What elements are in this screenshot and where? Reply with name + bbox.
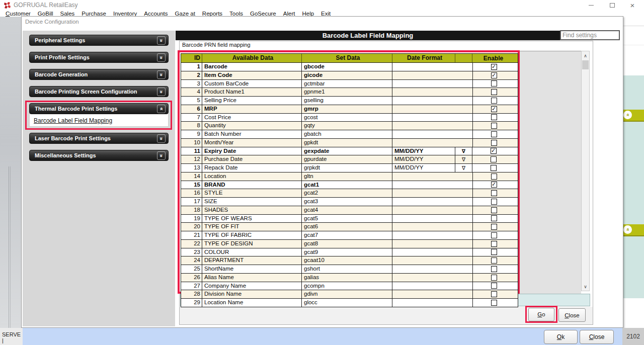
table-row[interactable]: 15BRANDgcat1✓	[181, 181, 518, 190]
enable-checkbox-unchecked[interactable]	[491, 283, 497, 289]
enable-checkbox-unchecked[interactable]	[491, 131, 497, 137]
cell-id: 16	[181, 189, 202, 197]
enable-checkbox-unchecked[interactable]	[491, 114, 497, 120]
cell-enable	[473, 274, 515, 282]
sidebar-sections: Peripheral Settings»Print Profile Settin…	[23, 35, 175, 161]
find-settings-input[interactable]	[560, 30, 620, 40]
enable-checkbox-unchecked[interactable]	[491, 207, 497, 213]
table-row[interactable]: 10Month/Yeargpkdt	[181, 139, 518, 147]
enable-checkbox-unchecked[interactable]	[491, 165, 497, 171]
table-row[interactable]: 24DEPARTMENTgcaat10	[181, 256, 518, 265]
table-row[interactable]: 25ShortNamegshort	[181, 265, 518, 274]
enable-checkbox-unchecked[interactable]	[491, 249, 497, 255]
panel-close-button[interactable]: Close	[558, 308, 586, 322]
enable-checkbox-unchecked[interactable]	[491, 266, 497, 272]
table-row[interactable]: 4Product Name1gpnme1	[181, 88, 518, 97]
enable-checkbox-unchecked[interactable]	[491, 241, 497, 247]
sidebar-section: Thermal Barcode Print Settings»Barcode L…	[29, 103, 169, 127]
collapse-badge[interactable]: »	[623, 225, 632, 234]
sidebar-section-barcode-generation[interactable]: Barcode Generation»	[29, 69, 169, 80]
mapping-table: IDAvailable DataSet DataDate FormatEnabl…	[181, 53, 518, 307]
date-format-dropdown-button[interactable]: ∇	[455, 147, 472, 155]
cell-id: 17	[181, 198, 202, 206]
enable-checkbox-unchecked[interactable]	[491, 123, 497, 129]
scrollbar-thumb[interactable]	[582, 60, 589, 69]
table-row[interactable]: 19TYPE OF WEARSgcat5	[181, 215, 518, 223]
table-row[interactable]: 29Location Nameglocc	[181, 299, 518, 307]
cell-available-data: STYLE	[202, 189, 302, 197]
go-highlight-box: Go	[525, 306, 557, 323]
enable-checkbox-unchecked[interactable]	[491, 232, 497, 238]
enable-checkbox-checked[interactable]: ✓	[491, 72, 497, 78]
cell-id: 22	[181, 240, 202, 248]
sidebar-section-miscellaneous-settings[interactable]: Miscellaneous Settings»	[29, 150, 169, 161]
table-row[interactable]: 1Barcodegbcode✓	[181, 63, 518, 71]
enable-checkbox-unchecked[interactable]	[491, 199, 497, 205]
table-row[interactable]: 11Expiry DategexpdateMM/DD/YY∇✓	[181, 147, 518, 156]
cell-enable	[473, 265, 515, 273]
table-row[interactable]: 12Purchase DategpurdateMM/DD/YY∇	[181, 155, 518, 164]
enable-checkbox-unchecked[interactable]	[491, 80, 497, 87]
table-row[interactable]: 7Cost Pricegcost	[181, 114, 518, 122]
go-button[interactable]: Go	[528, 308, 554, 321]
table-row[interactable]: 18SHADESgcat4	[181, 206, 518, 215]
minimize-button[interactable]	[584, 1, 599, 9]
table-row[interactable]: 23COLOURgcat9	[181, 248, 518, 257]
sidebar-section-thermal-barcode-print-settings[interactable]: Thermal Barcode Print Settings»	[29, 103, 169, 114]
scroll-down-icon[interactable]: ∨	[582, 283, 589, 290]
table-row[interactable]: 6MRPgmrp✓	[181, 105, 518, 114]
enable-checkbox-unchecked[interactable]	[491, 275, 497, 281]
table-row[interactable]: 28Division Namegdivn	[181, 290, 518, 299]
sidebar-section-barcode-printing-screen-configuration[interactable]: Barcode Printing Screen Configuration»	[29, 86, 169, 97]
table-row[interactable]: 27Company Namegcompn	[181, 282, 518, 291]
enable-checkbox-unchecked[interactable]	[491, 224, 497, 230]
cell-enable	[473, 198, 515, 206]
table-row[interactable]: 3Custom BarCodegctmbar	[181, 80, 518, 89]
window-title: GOFRUGAL RetailEasy	[14, 2, 78, 9]
sidebar-section-laser-barcode-print-settings[interactable]: Laser Barcode Print Settings»	[29, 133, 169, 144]
table-row[interactable]: 20TYPE OF FITgcat6	[181, 223, 518, 231]
enable-checkbox-unchecked[interactable]	[491, 156, 497, 162]
table-scrollbar[interactable]: ∧ ∨	[581, 51, 590, 291]
table-row[interactable]: 5Selling Pricegselling	[181, 97, 518, 105]
table-row[interactable]: 2Item Codegicode✓	[181, 71, 518, 80]
table-row[interactable]: 13Repack DategrpkdtMM/DD/YY∇	[181, 164, 518, 172]
enable-checkbox-checked[interactable]: ✓	[491, 182, 497, 188]
date-format-dropdown-button[interactable]: ∇	[455, 155, 472, 163]
table-row[interactable]: 16STYLEgcat2	[181, 189, 518, 198]
sidebar-link-barcode-label-field-mapping[interactable]: Barcode Label Field Mapping	[34, 117, 112, 124]
table-row[interactable]: 14Locationgltn	[181, 172, 518, 181]
enable-checkbox-checked[interactable]: ✓	[491, 148, 497, 154]
restore-button[interactable]	[605, 1, 620, 9]
table-row[interactable]: 22TYPE OF DESIGNgcat8	[181, 240, 518, 248]
table-row[interactable]: 8Quantitygqty	[181, 122, 518, 130]
enable-checkbox-unchecked[interactable]	[491, 291, 497, 297]
table-row[interactable]: 26Alias Namegalias	[181, 274, 518, 282]
enable-checkbox-checked[interactable]: ✓	[491, 106, 497, 112]
cell-date-format	[392, 299, 473, 307]
sidebar-section-print-profile-settings[interactable]: Print Profile Settings»	[29, 52, 169, 63]
close-window-button[interactable]: ×	[625, 1, 640, 9]
enable-checkbox-unchecked[interactable]	[491, 98, 497, 104]
enable-checkbox-unchecked[interactable]	[491, 215, 497, 221]
cell-set-data: gicode	[302, 71, 392, 79]
enable-checkbox-unchecked[interactable]	[491, 300, 497, 306]
enable-checkbox-unchecked[interactable]	[491, 174, 497, 180]
date-format-dropdown-button[interactable]: ∇	[455, 164, 472, 172]
table-row[interactable]: 9Batch Numbergbatch	[181, 130, 518, 139]
enable-checkbox-unchecked[interactable]	[491, 89, 497, 95]
table-row[interactable]: 17SIZEgcat3	[181, 198, 518, 206]
enable-checkbox-unchecked[interactable]	[491, 257, 497, 264]
table-row[interactable]: 21TYPE OF FABRICgcat7	[181, 231, 518, 240]
page-title: Barcode Label Field Mapping	[176, 31, 560, 40]
footer-close-button[interactable]: Close	[580, 330, 614, 344]
enable-checkbox-unchecked[interactable]	[491, 190, 497, 196]
sidebar-section-peripheral-settings[interactable]: Peripheral Settings»	[29, 35, 169, 46]
enable-checkbox-checked[interactable]: ✓	[491, 64, 497, 70]
grid-empty-area	[520, 51, 581, 294]
collapse-badge[interactable]: »	[623, 111, 632, 119]
enable-checkbox-unchecked[interactable]	[491, 140, 497, 146]
scroll-up-icon[interactable]: ∧	[582, 52, 589, 59]
cell-id: 4	[181, 88, 202, 96]
ok-button[interactable]: Ok	[544, 330, 578, 344]
